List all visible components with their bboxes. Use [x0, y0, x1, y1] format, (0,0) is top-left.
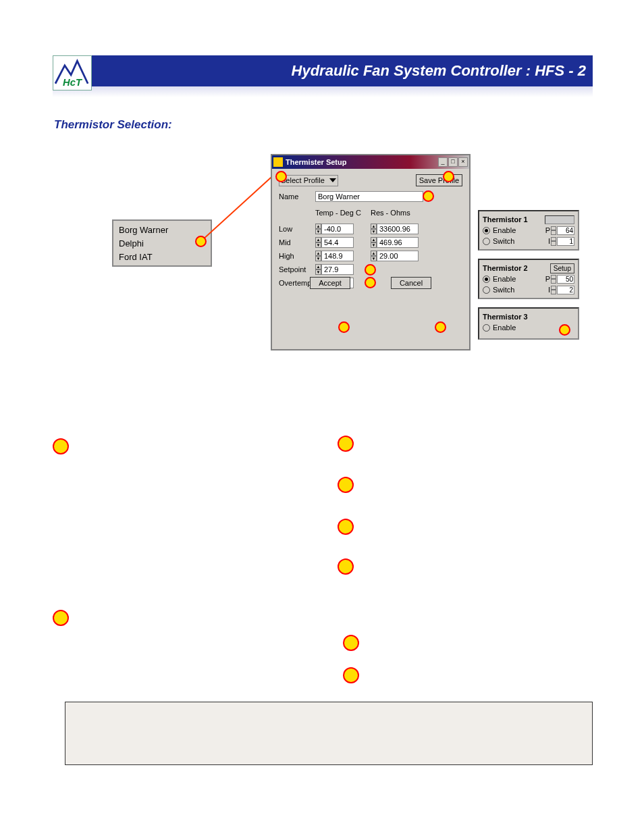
marker-icon — [195, 236, 207, 247]
marker-icon — [338, 558, 354, 575]
t1-enable-label: Enable — [493, 226, 516, 234]
marker-icon — [338, 519, 354, 535]
t2-i-input[interactable] — [557, 286, 574, 294]
marker-icon — [443, 171, 454, 182]
high-res-input[interactable] — [377, 251, 419, 261]
marker-icon — [338, 436, 354, 452]
dialog-title: Thermister Setup — [286, 158, 438, 166]
t1-enable-radio[interactable] — [483, 227, 490, 234]
marker-icon — [53, 610, 69, 626]
t1-p-label: P — [545, 226, 550, 234]
low-res-input[interactable] — [377, 224, 419, 234]
close-icon[interactable]: × — [458, 157, 468, 167]
marker-icon — [559, 324, 570, 336]
chevron-down-icon — [329, 178, 336, 182]
marker-icon — [343, 667, 359, 683]
page-title: Hydraulic Fan System Controller : HFS - … — [292, 62, 586, 80]
svg-text:HcT: HcT — [63, 77, 83, 88]
t2-switch-radio[interactable] — [483, 286, 490, 294]
t2-p-label: P — [545, 275, 550, 283]
low-temp-input[interactable] — [321, 224, 354, 234]
header-band: Hydraulic Fan System Controller : HFS - … — [53, 55, 593, 97]
thermistor-1-panel: Thermistor 1 Enable P Switch I — [478, 210, 579, 251]
marker-icon — [423, 190, 434, 202]
t2-switch-label: Switch — [493, 286, 514, 294]
t1-switch-radio[interactable] — [483, 238, 490, 245]
col-res-header: Res - Ohms — [371, 209, 418, 217]
thermistor-2-title: Thermistor 2 — [483, 264, 528, 272]
list-item[interactable]: Borg Warner — [119, 224, 205, 237]
select-profile-label: Select Profile — [281, 176, 325, 184]
setpoint-temp-input[interactable] — [321, 264, 354, 275]
t1-p-input[interactable] — [557, 226, 574, 235]
high-temp-input[interactable] — [321, 251, 354, 261]
marker-icon — [365, 264, 376, 276]
t1-switch-label: Switch — [493, 237, 514, 245]
marker-icon — [435, 321, 446, 333]
list-item[interactable]: Ford IAT — [119, 251, 205, 264]
t3-enable-radio[interactable] — [483, 324, 490, 332]
note-box — [65, 702, 593, 765]
marker-icon — [338, 477, 354, 493]
mid-res-input[interactable] — [377, 237, 419, 248]
minimize-icon[interactable]: _ — [438, 157, 448, 167]
t3-enable-label: Enable — [493, 323, 516, 332]
marker-icon — [343, 635, 359, 651]
row-label-setpoint: Setpoint — [279, 265, 315, 273]
maximize-icon[interactable]: □ — [448, 157, 458, 167]
select-profile-dropdown[interactable]: Select Profile — [279, 175, 338, 186]
svg-line-1 — [203, 172, 277, 240]
cancel-button[interactable]: Cancel — [391, 277, 431, 289]
marker-icon — [365, 277, 376, 288]
row-label-low: Low — [279, 225, 315, 233]
t2-setup-button[interactable]: Setup — [550, 263, 574, 273]
section-title: Thermistor Selection: — [54, 118, 172, 132]
row-label-mid: Mid — [279, 238, 315, 246]
accept-button[interactable]: Accept — [310, 277, 350, 289]
thermistor-3-title: Thermistor 3 — [483, 313, 528, 321]
t2-enable-label: Enable — [493, 275, 516, 283]
t2-i-label: I — [548, 286, 550, 294]
marker-icon — [275, 171, 287, 182]
row-label-high: High — [279, 252, 315, 260]
list-item[interactable]: Delphi — [119, 237, 205, 251]
thermistor-1-readout — [545, 215, 574, 224]
t2-p-input[interactable] — [557, 275, 574, 284]
window-icon — [273, 157, 283, 167]
mid-temp-input[interactable] — [321, 237, 354, 248]
t1-i-label: I — [548, 237, 550, 245]
name-input[interactable] — [315, 191, 423, 202]
save-profile-button[interactable]: Save Profile — [416, 174, 462, 186]
marker-icon — [53, 438, 69, 454]
thermistor-1-title: Thermistor 1 — [483, 215, 528, 224]
marker-icon — [338, 321, 350, 333]
hct-logo: HcT — [53, 55, 92, 90]
dialog-titlebar: Thermister Setup _ □ × — [272, 155, 469, 169]
name-label: Name — [279, 192, 315, 201]
t2-enable-radio[interactable] — [483, 276, 490, 283]
t1-i-input[interactable] — [557, 237, 574, 246]
thermistor-2-panel: Thermistor 2 Setup Enable P Switch I — [478, 259, 579, 299]
col-temp-header: Temp - Deg C — [315, 209, 363, 217]
